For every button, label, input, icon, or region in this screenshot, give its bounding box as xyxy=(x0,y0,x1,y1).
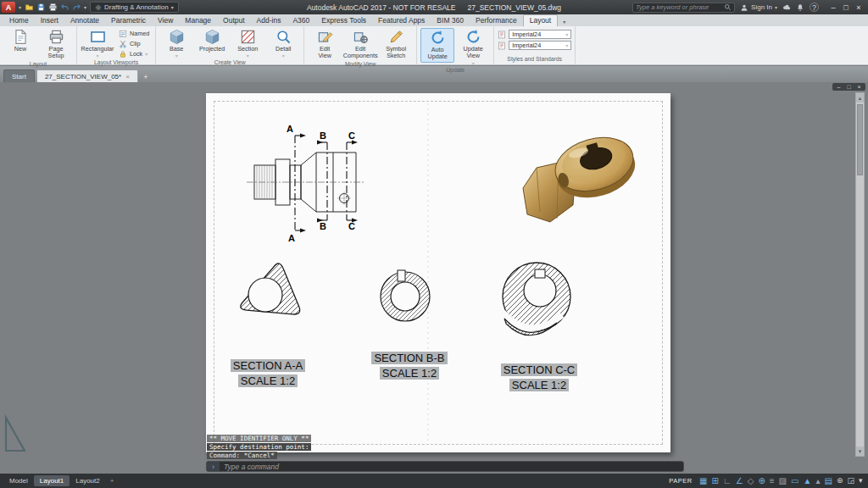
command-prompt-icon[interactable]: › xyxy=(207,462,220,471)
command-line[interactable]: › xyxy=(206,461,684,472)
ribbon-panel-modify-view: Edit View Edit Components Symbol Sketch … xyxy=(304,26,417,64)
detail-view-button[interactable]: Detail ▾ xyxy=(266,28,300,59)
annotation-scale-icon[interactable]: ▤ xyxy=(824,477,832,485)
layout-paper[interactable]: A B C B C A xyxy=(206,93,670,452)
ribbon-collapse-icon[interactable]: ▾ xyxy=(558,19,570,26)
edit-components-icon xyxy=(353,29,369,45)
page-setup-button[interactable]: Page Setup xyxy=(39,28,73,61)
redo-icon[interactable] xyxy=(72,3,81,12)
auto-update-toggle[interactable]: Auto Update xyxy=(420,28,454,63)
undo-icon[interactable] xyxy=(60,3,70,12)
scrollbar-thumb[interactable] xyxy=(857,104,863,175)
ribbon-tab-home[interactable]: Home xyxy=(3,15,35,26)
close-tab-icon[interactable]: × xyxy=(125,73,130,80)
qat-chevron-icon[interactable]: ▾ xyxy=(84,4,86,10)
app-menu-chevron-icon[interactable]: ▾ xyxy=(19,4,21,10)
layout2-tab[interactable]: Layout2 xyxy=(70,475,105,486)
ribbon-tab-addins[interactable]: Add-ins xyxy=(251,15,287,26)
open-icon[interactable] xyxy=(25,3,34,12)
clip-viewport-button[interactable]: Clip xyxy=(116,39,152,48)
new-drawing-tab-button[interactable]: + xyxy=(140,71,152,82)
edit-components-button[interactable]: Edit Components xyxy=(343,28,377,61)
rectangular-viewport-icon xyxy=(90,29,106,45)
autocad-logo[interactable]: A xyxy=(2,2,15,13)
style-select-1[interactable]: Imperial24 ▾ xyxy=(509,30,571,39)
section-view-button[interactable]: Section ▾ xyxy=(231,28,264,59)
vertical-scrollbar[interactable]: ▲ ▼ xyxy=(855,92,865,457)
ribbon-tab-insert[interactable]: Insert xyxy=(35,15,64,26)
status-overflow-chevron-icon[interactable]: ▾ xyxy=(859,477,863,485)
command-input[interactable] xyxy=(220,463,683,471)
lock-viewport-button[interactable]: Lock ▾ xyxy=(116,49,152,58)
layout1-tab[interactable]: Layout1 xyxy=(34,475,70,486)
scrollbar-track[interactable] xyxy=(856,103,864,446)
autoscale-icon[interactable]: ▴ xyxy=(815,477,820,485)
osnap-icon[interactable]: ⊕ xyxy=(758,477,765,485)
ribbon-tab-express-tools[interactable]: Express Tools xyxy=(315,15,372,26)
ribbon-tab-annotate[interactable]: Annotate xyxy=(64,15,105,26)
grid-icon[interactable]: ▦ xyxy=(699,477,707,485)
add-layout-button[interactable]: + xyxy=(106,475,119,486)
clean-screen-icon[interactable]: ◲ xyxy=(847,477,854,485)
file-tab-document[interactable]: 27_SECTION_VIEW_05* × xyxy=(36,69,138,82)
ribbon-tab-view[interactable]: View xyxy=(152,15,179,26)
ribbon-tab-layout[interactable]: Layout xyxy=(523,14,559,26)
ribbon-tab-featured-apps[interactable]: Featured Apps xyxy=(372,15,431,26)
page-setup-icon xyxy=(48,29,64,45)
drawing-canvas[interactable]: A B C B C A xyxy=(0,82,868,474)
lineweight-icon[interactable]: ≡ xyxy=(770,477,775,485)
panel-label-modify-view: Modify View xyxy=(304,61,416,68)
paper-space-indicator[interactable]: PAPER xyxy=(669,477,692,485)
scroll-down-icon[interactable]: ▼ xyxy=(856,446,864,456)
app-title: Autodesk AutoCAD 2017 - NOT FOR RESALE xyxy=(307,3,456,12)
update-view-chevron-icon: ▾ xyxy=(472,60,475,66)
section-aa-label[interactable]: SECTION A-A SCALE 1:2 xyxy=(213,359,323,388)
search-input[interactable] xyxy=(636,3,724,11)
save-icon[interactable] xyxy=(36,3,46,12)
file-tab-start[interactable]: Start xyxy=(3,69,35,82)
ortho-icon[interactable]: ∟ xyxy=(723,477,732,485)
minimize-icon[interactable]: – xyxy=(827,2,839,13)
ribbon-tab-a360[interactable]: A360 xyxy=(287,15,315,26)
help-search[interactable] xyxy=(632,3,735,13)
rectangular-viewport-button[interactable]: Rectangular ▾ xyxy=(81,28,114,59)
doc-close-icon[interactable]: × xyxy=(854,83,864,91)
section-cc-label[interactable]: SECTION C-C SCALE 1:2 xyxy=(484,363,594,392)
style-select-2[interactable]: Imperial24 ▾ xyxy=(509,41,571,50)
selection-cycling-icon[interactable]: ▭ xyxy=(791,477,798,485)
search-icon[interactable] xyxy=(724,3,732,11)
annotation-visibility-icon[interactable]: ▲ xyxy=(804,477,812,485)
section-bb-label[interactable]: SECTION B-B SCALE 1:2 xyxy=(354,352,465,380)
ribbon-tab-manage[interactable]: Manage xyxy=(179,15,217,26)
notification-bell-icon[interactable] xyxy=(796,3,804,12)
edit-view-button[interactable]: Edit View xyxy=(308,28,342,61)
workspace-gear-icon[interactable]: ⊛ xyxy=(837,477,843,485)
ribbon-tab-output[interactable]: Output xyxy=(217,15,251,26)
ribbon-tab-parametric[interactable]: Parametric xyxy=(105,15,152,26)
ribbon-tab-performance[interactable]: Performance xyxy=(470,15,523,26)
doc-restore-icon[interactable]: □ xyxy=(844,83,854,91)
maximize-icon[interactable]: □ xyxy=(840,2,852,13)
help-icon[interactable]: ? xyxy=(810,3,819,12)
transparency-icon[interactable]: ▨ xyxy=(779,477,787,485)
named-viewport-button[interactable]: Named xyxy=(116,29,152,38)
plot-icon[interactable] xyxy=(48,3,58,12)
isodraft-icon[interactable]: ◇ xyxy=(748,477,754,485)
snap-icon[interactable]: ⊞ xyxy=(712,477,719,485)
workspace-switcher[interactable]: Drafting & Annotation ▾ xyxy=(90,2,179,13)
symbol-sketch-button[interactable]: Symbol Sketch xyxy=(379,28,413,61)
close-icon[interactable]: × xyxy=(853,2,865,13)
signin-button[interactable]: Sign In ▾ xyxy=(740,3,777,12)
a360-cloud-icon[interactable] xyxy=(782,3,791,12)
panel-label-create-view: Create View xyxy=(156,59,303,66)
new-layout-button[interactable]: New xyxy=(3,28,37,53)
section-aa-view xyxy=(241,263,300,314)
polar-icon[interactable]: ∠ xyxy=(736,477,743,485)
ribbon-tab-bim360[interactable]: BIM 360 xyxy=(431,15,470,26)
doc-minimize-icon[interactable]: – xyxy=(834,83,843,91)
scroll-up-icon[interactable]: ▲ xyxy=(856,93,864,103)
update-view-button[interactable]: Update View ▾ xyxy=(456,28,490,67)
base-view-button[interactable]: Base ▾ xyxy=(159,28,193,59)
projected-view-button[interactable]: Projected xyxy=(195,28,229,53)
model-tab[interactable]: Model xyxy=(3,475,34,486)
